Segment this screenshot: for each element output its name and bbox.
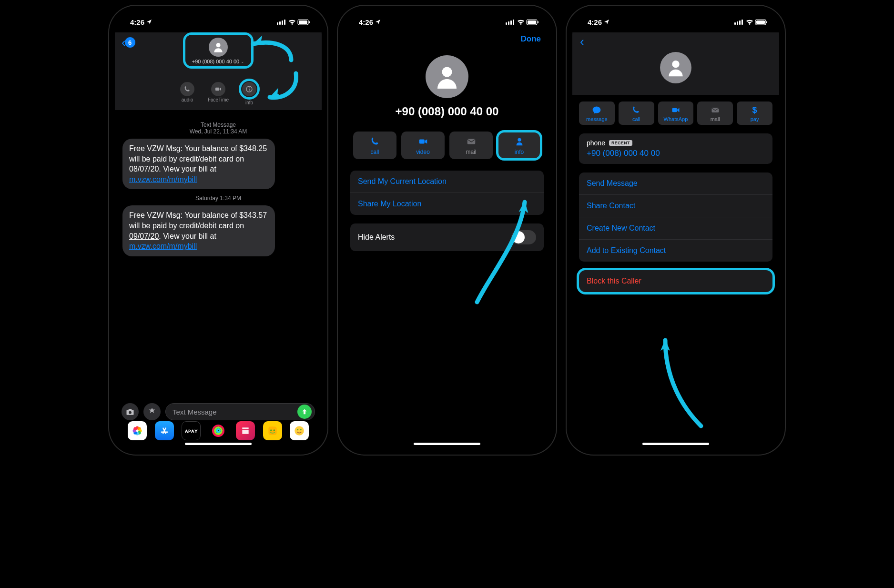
svg-rect-9: [215, 88, 219, 91]
audio-call-button[interactable]: audio: [180, 82, 194, 105]
phone-number-card[interactable]: phone RECENT +90 (008) 000 40 00: [579, 133, 772, 164]
hide-alerts-toggle[interactable]: [511, 230, 536, 244]
info-label: info: [515, 149, 524, 155]
status-time: 4:26: [588, 18, 602, 26]
app-photos[interactable]: [128, 421, 147, 440]
call-button[interactable]: call: [619, 101, 654, 125]
notch: [171, 11, 266, 26]
home-indicator: [642, 443, 709, 445]
phone-icon: [370, 136, 380, 147]
svg-rect-12: [249, 89, 249, 91]
recent-badge: RECENT: [609, 140, 632, 146]
block-caller-button[interactable]: Block this Caller: [579, 270, 772, 292]
status-icons: [277, 19, 310, 25]
back-button[interactable]: ‹: [580, 34, 584, 49]
camera-button[interactable]: [122, 403, 139, 420]
pay-button[interactable]: $ pay: [737, 101, 772, 125]
send-location-button[interactable]: Send My Current Location: [350, 171, 544, 193]
phone-icon: [180, 82, 194, 96]
send-message-button[interactable]: Send Message: [579, 172, 772, 194]
status-time: 4:26: [359, 18, 373, 26]
video-icon: [418, 136, 428, 147]
whatsapp-button[interactable]: WhatsApp: [658, 101, 694, 125]
location-icon: [146, 19, 152, 25]
annotation-arrow-block: [630, 326, 725, 436]
svg-rect-25: [268, 426, 276, 435]
status-time: 4:26: [130, 18, 144, 26]
message-text: Free VZW Msg: Your balance of $348.25 wi…: [129, 144, 267, 173]
app-strip[interactable]: ᴀᴘᴀʏ: [115, 421, 322, 440]
phone-number-value[interactable]: +90 (008) 000 40 00: [587, 149, 765, 158]
message-text: Free VZW Msg: Your balance of $343.57 wi…: [129, 211, 267, 230]
video-icon: [211, 82, 225, 96]
app-animoji[interactable]: [290, 421, 309, 440]
info-button[interactable]: info: [498, 132, 541, 159]
message-icon: [592, 105, 601, 115]
add-existing-contact-button[interactable]: Add to Existing Contact: [579, 239, 772, 262]
message-text: . View your bill at: [159, 232, 216, 240]
send-button[interactable]: [297, 405, 312, 419]
svg-rect-34: [672, 108, 677, 112]
message-link[interactable]: m.vzw.com/m/mybill: [129, 175, 197, 183]
svg-point-26: [270, 429, 272, 431]
timestamp-2: Saturday 1:34 PM: [122, 195, 314, 202]
hide-alerts-label: Hide Alerts: [358, 233, 395, 242]
done-button[interactable]: Done: [521, 34, 541, 44]
avatar-icon: [209, 38, 228, 57]
camera-icon: [125, 407, 135, 416]
mail-label: mail: [466, 149, 476, 155]
message-composer: Text Message: [115, 403, 322, 420]
messages-header: ‹ 6 +90 (008) 000 40 00 ⌄: [115, 32, 322, 110]
create-contact-button[interactable]: Create New Contact: [579, 217, 772, 239]
phone-icon: [631, 105, 641, 115]
back-button[interactable]: ‹ 6: [122, 36, 135, 49]
svg-point-27: [273, 429, 274, 431]
svg-point-29: [297, 429, 298, 430]
svg-rect-31: [419, 139, 424, 143]
phone-contact-details: 4:26 ‹ message call: [566, 5, 786, 456]
message-bubble-2[interactable]: Free VZW Msg: Your balance of $343.57 wi…: [122, 205, 275, 256]
app-memoji[interactable]: [263, 421, 282, 440]
app-activity[interactable]: [209, 421, 228, 440]
notch: [628, 11, 723, 26]
home-indicator: [414, 443, 480, 445]
whatsapp-label: WhatsApp: [664, 116, 688, 122]
info-label: info: [245, 100, 253, 105]
app-generic-5[interactable]: [236, 421, 255, 440]
call-label: call: [370, 149, 379, 155]
video-button[interactable]: video: [401, 132, 445, 159]
message-date-link[interactable]: 09/07/20: [129, 232, 159, 240]
svg-point-28: [295, 426, 305, 436]
svg-point-30: [300, 429, 302, 430]
facetime-label: FaceTime: [208, 97, 229, 102]
contact-header-button[interactable]: +90 (008) 000 40 00 ⌄: [183, 32, 254, 69]
message-thread[interactable]: Text Message Wed, Jul 22, 11:34 AM Free …: [115, 110, 322, 256]
message-placeholder: Text Message: [173, 408, 217, 416]
call-button[interactable]: call: [353, 132, 396, 159]
call-label: call: [632, 116, 640, 122]
message-bubble-1[interactable]: Free VZW Msg: Your balance of $348.25 wi…: [122, 139, 275, 189]
facetime-button[interactable]: FaceTime: [208, 82, 229, 105]
mail-label: mail: [711, 116, 720, 122]
status-icons: [734, 19, 768, 25]
share-contact-button[interactable]: Share Contact: [579, 194, 772, 217]
message-link[interactable]: m.vzw.com/m/mybill: [129, 242, 197, 250]
apps-button[interactable]: [143, 403, 161, 420]
message-label: message: [586, 116, 608, 122]
app-applepay[interactable]: ᴀᴘᴀʏ: [182, 421, 201, 440]
svg-point-33: [518, 138, 521, 142]
timestamp-1: Text Message Wed, Jul 22, 11:34 AM: [122, 122, 314, 135]
person-info-icon: [514, 136, 525, 147]
mail-button: mail: [449, 132, 493, 159]
contact-number: +90 (008) 000 40 00: [344, 105, 550, 118]
avatar-icon: [426, 55, 468, 98]
contact-number: +90 (008) 000 40 00: [192, 59, 239, 64]
info-button[interactable]: info: [242, 82, 256, 105]
phone-contact-sheet: 4:26 Done +90 (008) 000 40 00 call video: [337, 5, 557, 456]
app-appstore[interactable]: [155, 421, 174, 440]
message-input[interactable]: Text Message: [165, 403, 315, 420]
pay-label: pay: [751, 116, 759, 122]
appstore-icon: [147, 406, 157, 417]
message-button[interactable]: message: [579, 101, 615, 125]
share-location-button[interactable]: Share My Location: [350, 193, 544, 215]
